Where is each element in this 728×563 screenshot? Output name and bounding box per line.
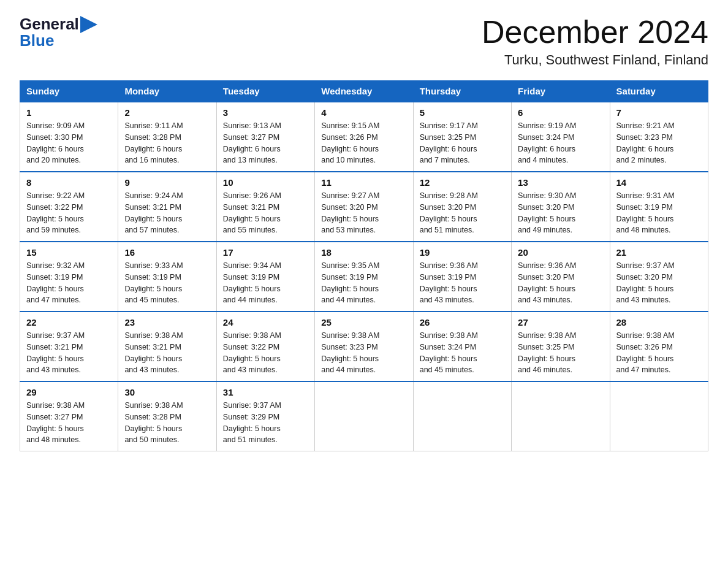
table-row: 12 Sunrise: 9:28 AMSunset: 3:20 PMDaylig…	[413, 172, 511, 242]
day-info: Sunrise: 9:38 AMSunset: 3:26 PMDaylight:…	[616, 330, 702, 376]
logo-blue-text: Blue	[20, 31, 54, 50]
day-number: 24	[223, 317, 308, 327]
col-thursday: Thursday	[413, 81, 511, 102]
day-number: 19	[420, 247, 505, 258]
day-info: Sunrise: 9:31 AMSunset: 3:19 PMDaylight:…	[616, 190, 702, 236]
day-info: Sunrise: 9:38 AMSunset: 3:23 PMDaylight:…	[321, 330, 406, 376]
calendar-table: Sunday Monday Tuesday Wednesday Thursday…	[20, 80, 708, 451]
calendar-header-row: Sunday Monday Tuesday Wednesday Thursday…	[20, 81, 708, 102]
day-info: Sunrise: 9:37 AMSunset: 3:21 PMDaylight:…	[26, 330, 112, 376]
table-row: 22 Sunrise: 9:37 AMSunset: 3:21 PMDaylig…	[20, 312, 118, 381]
day-info: Sunrise: 9:15 AMSunset: 3:26 PMDaylight:…	[321, 120, 406, 166]
month-title: December 2024	[482, 15, 708, 50]
table-row: 7 Sunrise: 9:21 AMSunset: 3:23 PMDayligh…	[610, 102, 708, 172]
table-row: 9 Sunrise: 9:24 AMSunset: 3:21 PMDayligh…	[118, 172, 216, 242]
day-info: Sunrise: 9:32 AMSunset: 3:19 PMDaylight:…	[26, 260, 112, 306]
day-number: 21	[616, 247, 702, 258]
day-number: 14	[616, 177, 702, 188]
calendar-week-row: 8 Sunrise: 9:22 AMSunset: 3:22 PMDayligh…	[20, 172, 708, 242]
col-monday: Monday	[118, 81, 216, 102]
table-row: 15 Sunrise: 9:32 AMSunset: 3:19 PMDaylig…	[20, 242, 118, 312]
table-row: 25 Sunrise: 9:38 AMSunset: 3:23 PMDaylig…	[315, 312, 413, 381]
svg-marker-0	[80, 16, 97, 33]
day-info: Sunrise: 9:38 AMSunset: 3:25 PMDaylight:…	[518, 330, 603, 376]
day-number: 8	[26, 177, 112, 188]
day-number: 4	[321, 107, 406, 118]
table-row: 18 Sunrise: 9:35 AMSunset: 3:19 PMDaylig…	[315, 242, 413, 312]
table-row: 16 Sunrise: 9:33 AMSunset: 3:19 PMDaylig…	[118, 242, 216, 312]
calendar-week-row: 22 Sunrise: 9:37 AMSunset: 3:21 PMDaylig…	[20, 312, 708, 381]
day-number: 11	[321, 177, 406, 188]
table-row: 3 Sunrise: 9:13 AMSunset: 3:27 PMDayligh…	[216, 102, 314, 172]
table-row: 26 Sunrise: 9:38 AMSunset: 3:24 PMDaylig…	[413, 312, 511, 381]
day-number: 18	[321, 247, 406, 258]
table-row: 29 Sunrise: 9:38 AMSunset: 3:27 PMDaylig…	[20, 381, 118, 451]
day-info: Sunrise: 9:35 AMSunset: 3:19 PMDaylight:…	[321, 260, 406, 306]
day-number: 17	[223, 247, 308, 258]
day-info: Sunrise: 9:38 AMSunset: 3:24 PMDaylight:…	[420, 330, 505, 376]
day-number: 27	[518, 317, 603, 327]
day-number: 7	[616, 107, 702, 118]
table-row: 5 Sunrise: 9:17 AMSunset: 3:25 PMDayligh…	[413, 102, 511, 172]
day-number: 29	[26, 387, 112, 397]
table-row	[610, 381, 708, 451]
table-row: 30 Sunrise: 9:38 AMSunset: 3:28 PMDaylig…	[118, 381, 216, 451]
day-number: 16	[124, 247, 210, 258]
day-number: 10	[223, 177, 308, 188]
location: Turku, Southwest Finland, Finland	[482, 52, 708, 68]
day-info: Sunrise: 9:38 AMSunset: 3:21 PMDaylight:…	[124, 330, 210, 376]
logo-arrow-icon	[80, 16, 97, 33]
day-info: Sunrise: 9:37 AMSunset: 3:20 PMDaylight:…	[616, 260, 702, 306]
table-row: 6 Sunrise: 9:19 AMSunset: 3:24 PMDayligh…	[512, 102, 610, 172]
day-info: Sunrise: 9:36 AMSunset: 3:19 PMDaylight:…	[420, 260, 505, 306]
day-number: 31	[223, 387, 308, 397]
day-number: 23	[124, 317, 210, 327]
day-info: Sunrise: 9:36 AMSunset: 3:20 PMDaylight:…	[518, 260, 603, 306]
table-row: 2 Sunrise: 9:11 AMSunset: 3:28 PMDayligh…	[118, 102, 216, 172]
col-sunday: Sunday	[20, 81, 118, 102]
table-row: 23 Sunrise: 9:38 AMSunset: 3:21 PMDaylig…	[118, 312, 216, 381]
day-info: Sunrise: 9:28 AMSunset: 3:20 PMDaylight:…	[420, 190, 505, 236]
day-info: Sunrise: 9:13 AMSunset: 3:27 PMDaylight:…	[223, 120, 308, 166]
day-info: Sunrise: 9:37 AMSunset: 3:29 PMDaylight:…	[223, 400, 308, 446]
logo: General Blue	[20, 15, 97, 50]
col-wednesday: Wednesday	[315, 81, 413, 102]
table-row: 27 Sunrise: 9:38 AMSunset: 3:25 PMDaylig…	[512, 312, 610, 381]
table-row: 10 Sunrise: 9:26 AMSunset: 3:21 PMDaylig…	[216, 172, 314, 242]
day-number: 28	[616, 317, 702, 327]
day-number: 30	[124, 387, 210, 397]
col-saturday: Saturday	[610, 81, 708, 102]
day-info: Sunrise: 9:38 AMSunset: 3:22 PMDaylight:…	[223, 330, 308, 376]
day-number: 13	[518, 177, 603, 188]
day-info: Sunrise: 9:17 AMSunset: 3:25 PMDaylight:…	[420, 120, 505, 166]
day-info: Sunrise: 9:26 AMSunset: 3:21 PMDaylight:…	[223, 190, 308, 236]
day-info: Sunrise: 9:24 AMSunset: 3:21 PMDaylight:…	[124, 190, 210, 236]
day-info: Sunrise: 9:21 AMSunset: 3:23 PMDaylight:…	[616, 120, 702, 166]
table-row: 8 Sunrise: 9:22 AMSunset: 3:22 PMDayligh…	[20, 172, 118, 242]
day-number: 3	[223, 107, 308, 118]
day-info: Sunrise: 9:34 AMSunset: 3:19 PMDaylight:…	[223, 260, 308, 306]
table-row: 24 Sunrise: 9:38 AMSunset: 3:22 PMDaylig…	[216, 312, 314, 381]
day-number: 22	[26, 317, 112, 327]
day-number: 6	[518, 107, 603, 118]
day-info: Sunrise: 9:19 AMSunset: 3:24 PMDaylight:…	[518, 120, 603, 166]
day-info: Sunrise: 9:33 AMSunset: 3:19 PMDaylight:…	[124, 260, 210, 306]
table-row	[315, 381, 413, 451]
day-info: Sunrise: 9:38 AMSunset: 3:27 PMDaylight:…	[26, 400, 112, 446]
table-row: 31 Sunrise: 9:37 AMSunset: 3:29 PMDaylig…	[216, 381, 314, 451]
day-number: 20	[518, 247, 603, 258]
table-row: 19 Sunrise: 9:36 AMSunset: 3:19 PMDaylig…	[413, 242, 511, 312]
day-number: 1	[26, 107, 112, 118]
table-row: 28 Sunrise: 9:38 AMSunset: 3:26 PMDaylig…	[610, 312, 708, 381]
table-row: 21 Sunrise: 9:37 AMSunset: 3:20 PMDaylig…	[610, 242, 708, 312]
calendar-week-row: 29 Sunrise: 9:38 AMSunset: 3:27 PMDaylig…	[20, 381, 708, 451]
day-info: Sunrise: 9:27 AMSunset: 3:20 PMDaylight:…	[321, 190, 406, 236]
day-info: Sunrise: 9:22 AMSunset: 3:22 PMDaylight:…	[26, 190, 112, 236]
day-number: 9	[124, 177, 210, 188]
table-row	[512, 381, 610, 451]
day-info: Sunrise: 9:38 AMSunset: 3:28 PMDaylight:…	[124, 400, 210, 446]
col-tuesday: Tuesday	[216, 81, 314, 102]
table-row: 20 Sunrise: 9:36 AMSunset: 3:20 PMDaylig…	[512, 242, 610, 312]
day-number: 5	[420, 107, 505, 118]
day-info: Sunrise: 9:11 AMSunset: 3:28 PMDaylight:…	[124, 120, 210, 166]
